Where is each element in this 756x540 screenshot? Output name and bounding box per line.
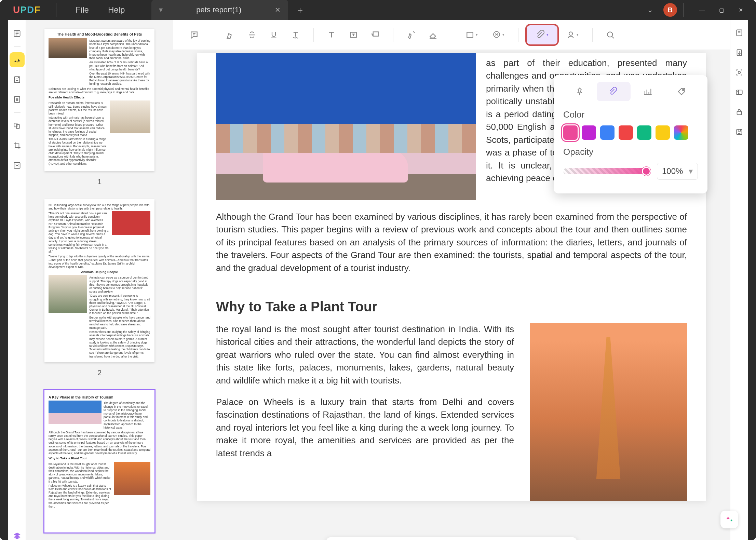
squiggly-icon[interactable] xyxy=(286,25,305,44)
svg-point-10 xyxy=(569,32,572,35)
svg-rect-8 xyxy=(467,32,473,37)
ai-assistant-button[interactable] xyxy=(720,511,738,528)
thumbnail-page-1[interactable]: The Health and Mood-Boosting Benefits of… xyxy=(44,29,154,171)
compress-icon[interactable] xyxy=(732,85,747,99)
close-window-icon[interactable]: ✕ xyxy=(739,7,743,13)
callout-icon[interactable] xyxy=(366,25,385,44)
thumb-number: 1 xyxy=(44,177,154,186)
tag-tab[interactable] xyxy=(665,82,699,101)
color-label: Color xyxy=(563,109,698,120)
svg-rect-20 xyxy=(737,129,742,134)
heading: Why to Take a Plant Tour xyxy=(197,288,706,323)
comment-mode-icon[interactable] xyxy=(10,52,25,67)
thumb-image xyxy=(49,38,87,58)
swatch-yellow[interactable] xyxy=(656,125,670,140)
strikethrough-icon[interactable] xyxy=(242,25,261,44)
hero-image xyxy=(216,53,476,200)
user-avatar[interactable]: B xyxy=(663,3,677,17)
page-mode-icon[interactable] xyxy=(10,92,25,107)
redact-icon[interactable] xyxy=(10,158,25,173)
attachment-tool[interactable]: ▾ xyxy=(527,25,557,44)
underline-icon[interactable] xyxy=(264,25,283,44)
opacity-label: Opacity xyxy=(563,147,698,157)
app-logo: UPDF xyxy=(3,4,50,15)
note-icon[interactable] xyxy=(185,25,204,44)
annotation-toolbar: ▾ ▾ ▾ ▾ xyxy=(173,20,730,50)
eraser-icon[interactable] xyxy=(423,25,443,44)
color-swatches xyxy=(563,125,698,140)
protect-icon[interactable] xyxy=(732,105,747,119)
menu-file[interactable]: File xyxy=(76,5,89,15)
save-icon[interactable] xyxy=(732,125,747,139)
maximize-icon[interactable]: ▢ xyxy=(719,7,724,13)
svg-point-12 xyxy=(683,90,684,91)
swatch-pink[interactable] xyxy=(563,125,578,140)
dropdown-icon[interactable]: ⌄ xyxy=(647,5,653,14)
svg-point-11 xyxy=(607,32,612,37)
thumbnail-page-3[interactable]: A Key Phase in the History of Tourism Th… xyxy=(44,390,154,533)
pushpin-tab[interactable] xyxy=(563,82,597,101)
search-icon[interactable] xyxy=(601,25,620,44)
eiffel-image xyxy=(530,323,687,501)
swatch-green[interactable] xyxy=(637,125,651,140)
thumbnail-panel: The Health and Mood-Boosting Benefits of… xyxy=(26,20,173,540)
graph-tab[interactable] xyxy=(631,82,665,101)
left-sidebar xyxy=(8,20,26,540)
swatch-purple[interactable] xyxy=(582,125,596,140)
page-navigation-bar: 100%▾ 3 / 6 xyxy=(326,537,577,540)
ocr-icon[interactable] xyxy=(732,66,747,79)
close-icon[interactable]: ✕ xyxy=(275,6,281,14)
swatch-blue[interactable] xyxy=(600,125,615,140)
minimize-icon[interactable]: ― xyxy=(699,7,705,13)
menu-help[interactable]: Help xyxy=(108,5,125,15)
menubar: File Help xyxy=(63,5,138,15)
thumb-image xyxy=(112,211,150,235)
shape-rect-icon[interactable]: ▾ xyxy=(459,25,483,44)
right-sidebar xyxy=(730,20,748,540)
crop-icon[interactable] xyxy=(10,138,25,153)
opacity-value-select[interactable]: 100%▾ xyxy=(657,163,698,180)
svg-rect-18 xyxy=(736,90,742,95)
text-icon[interactable] xyxy=(322,25,341,44)
signature-icon[interactable]: ▾ xyxy=(560,25,584,44)
thumb-image xyxy=(49,401,102,424)
content-area: The Health and Mood-Boosting Benefits of… xyxy=(8,20,748,540)
layers-icon[interactable] xyxy=(10,528,25,540)
attachment-properties-panel: Color Opacity 100%▾ xyxy=(554,75,707,193)
swatch-rainbow[interactable] xyxy=(674,125,688,140)
swatch-red[interactable] xyxy=(619,125,633,140)
divider xyxy=(56,3,56,17)
stamp-icon[interactable]: ▾ xyxy=(486,25,510,44)
svg-rect-7 xyxy=(373,32,378,36)
svg-rect-3 xyxy=(14,123,17,127)
titlebar: UPDF File Help ▾ pets report(1) ✕ ＋ ⌄ B … xyxy=(0,0,756,20)
textbox-icon[interactable] xyxy=(344,25,363,44)
opacity-slider[interactable] xyxy=(563,168,651,174)
svg-point-17 xyxy=(738,71,740,74)
pencil-icon[interactable] xyxy=(402,25,421,44)
new-tab-button[interactable]: ＋ xyxy=(296,4,305,16)
svg-rect-19 xyxy=(737,111,741,115)
reader-mode-icon[interactable] xyxy=(10,26,25,41)
tab-title: pets report(1) xyxy=(173,5,265,14)
convert-icon[interactable] xyxy=(732,46,747,59)
tab-caret-icon: ▾ xyxy=(159,5,163,14)
thumbnail-page-2[interactable]: NIH is funding large-scale surveys to fi… xyxy=(44,199,154,362)
svg-rect-4 xyxy=(16,125,19,129)
paragraph: Although the Grand Tour has been examine… xyxy=(197,211,706,288)
main-viewer: ▾ ▾ ▾ ▾ as part of their education, pres… xyxy=(173,20,730,540)
document-tab[interactable]: ▾ pets report(1) ✕ xyxy=(151,0,288,20)
slider-thumb[interactable] xyxy=(642,167,651,176)
thumb-number: 3 xyxy=(44,539,154,540)
highlight-icon[interactable] xyxy=(220,25,240,44)
thumb-title: The Health and Mood-Boosting Benefits of… xyxy=(49,32,150,37)
chevron-down-icon: ▾ xyxy=(689,166,693,176)
edit-mode-icon[interactable] xyxy=(10,72,25,87)
organize-icon[interactable] xyxy=(10,118,25,133)
thumb-image xyxy=(114,462,150,495)
paragraph: the royal land is the most sought after … xyxy=(216,323,514,387)
paperclip-tab[interactable] xyxy=(597,82,631,101)
properties-icon[interactable] xyxy=(732,26,747,40)
thumb-image xyxy=(49,275,87,313)
divider xyxy=(683,3,684,17)
